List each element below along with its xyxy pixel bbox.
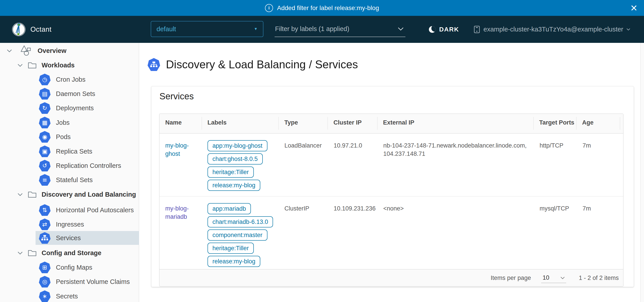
label-pill[interactable]: release:my-blog <box>208 180 260 191</box>
column-header-external-ip: External IP <box>377 114 533 133</box>
column-header-type: Type <box>278 114 328 133</box>
page-size-select[interactable]: 10 <box>541 273 566 283</box>
theme-toggle-button[interactable]: DARK <box>429 16 459 43</box>
sidebar-item-label: Jobs <box>56 119 70 126</box>
caret-down-icon[interactable] <box>7 49 12 52</box>
label-pill[interactable]: app:my-blog-ghost <box>208 140 268 151</box>
sidebar-group-config-and-storage[interactable]: Config and Storage <box>0 246 156 260</box>
caret-down-icon[interactable] <box>18 251 23 255</box>
sidebar-item-label: Services <box>56 234 81 242</box>
folder-icon <box>28 191 37 198</box>
type-cell: LoadBalancer <box>278 134 328 196</box>
deployments-icon: ↻ <box>39 102 50 114</box>
sidebar-item-label: Pods <box>56 133 71 141</box>
sidebar-group-discovery-and-load-balancing[interactable]: Discovery and Load Balancing <box>0 187 156 202</box>
info-banner: i Added filter for label release:my-blog… <box>0 0 644 16</box>
sidebar-item-label: Ingresses <box>56 221 84 228</box>
page-size-value: 10 <box>542 274 549 281</box>
pagination-range: 1 - 2 of 2 items <box>579 275 619 282</box>
labels-cell: app:my-blog-ghost chart:ghost-8.0.5 heri… <box>202 134 278 196</box>
daemon-sets-icon: ▤ <box>39 88 50 100</box>
column-header-target-ports: Target Ports <box>533 114 576 133</box>
app-header: Octant default ▼ Filter by labels (1 app… <box>0 16 644 43</box>
items-per-page-label: Items per page <box>490 275 531 282</box>
sidebar-group-label: Discovery and Load Balancing <box>42 191 136 198</box>
table-header-row: Name Labels Type Cluster IP External IP … <box>160 114 623 134</box>
config-maps-icon: ⊞ <box>39 262 50 273</box>
caret-down-icon[interactable] <box>18 193 23 196</box>
sidebar-item-label: Stateful Sets <box>56 176 92 184</box>
pods-icon: ◉ <box>39 131 50 143</box>
services-card: Services Name Labels Type Cluster IP Ext… <box>151 86 634 287</box>
sidebar-item-label: Overview <box>38 47 66 54</box>
external-ip-cell: nb-104-237-148-71.newark.nodebalancer.li… <box>378 134 534 196</box>
table-footer: Items per page 10 1 - 2 of 2 items <box>160 269 623 286</box>
cron-jobs-icon: ◷ <box>39 74 50 85</box>
label-pill[interactable]: heritage:Tiller <box>208 166 254 178</box>
close-icon[interactable]: × <box>630 3 637 13</box>
label-filter-text: Filter by labels (1 applied) <box>275 25 349 33</box>
cluster-name: example-cluster-ka3TuTzYo4a@example-clus… <box>484 26 623 33</box>
secrets-icon: ∗ <box>39 290 50 302</box>
app-title: Octant <box>30 16 52 43</box>
name-cell: my-blog-mariadb <box>160 196 202 269</box>
moon-icon <box>429 26 436 33</box>
label-pill[interactable]: chart:mariadb-6.13.0 <box>208 216 273 227</box>
navigation-sidebar: Overview Workloads ◷ Cron Jobs ▤ Daemon … <box>0 43 139 302</box>
sidebar-item-label: Config Maps <box>56 264 92 271</box>
type-cell: ClusterIP <box>278 196 328 269</box>
jobs-icon: ▦ <box>39 117 50 128</box>
sidebar-item-label: Horizontal Pod Autoscalers <box>56 206 134 214</box>
label-filter-dropdown[interactable]: Filter by labels (1 applied) <box>274 21 406 37</box>
sidebar-group-label: Config and Storage <box>42 249 101 257</box>
sidebar-group-label: Workloads <box>42 62 75 69</box>
card-title: Services <box>160 91 194 101</box>
table-row: my-blog-mariadb app:mariadb chart:mariad… <box>160 196 623 269</box>
cluster-ip-cell: 10.97.21.0 <box>328 134 378 196</box>
name-cell: my-blog-ghost <box>160 134 202 196</box>
target-ports-cell: http/TCP <box>534 134 577 196</box>
label-pill[interactable]: app:mariadb <box>208 203 251 214</box>
services-icon <box>148 58 160 71</box>
target-ports-cell: mysql/TCP <box>534 196 577 269</box>
namespace-value: default <box>156 25 176 33</box>
label-pill[interactable]: release:my-blog <box>208 256 260 267</box>
sidebar-item-label: Cron Jobs <box>56 76 86 83</box>
age-cell: 7m <box>577 134 620 196</box>
octant-logo <box>12 22 26 37</box>
caret-down-icon[interactable] <box>18 63 23 67</box>
persistent-volume-claims-icon: ◎ <box>39 276 50 288</box>
main-content: Discovery & Load Balancing / Services Se… <box>139 43 644 302</box>
caret-down-icon: ▼ <box>254 27 258 31</box>
external-ip-cell: <none> <box>378 196 534 269</box>
label-pill[interactable]: heritage:Tiller <box>208 243 254 254</box>
age-cell: 7m <box>577 196 620 269</box>
cluster-selector[interactable]: example-cluster-ka3TuTzYo4a@example-clus… <box>474 16 630 43</box>
labels-cell: app:mariadb chart:mariadb-6.13.0 compone… <box>202 196 278 269</box>
column-header-age: Age <box>576 114 620 133</box>
services-table: Name Labels Type Cluster IP External IP … <box>159 114 624 287</box>
banner-message: Added filter for label release:my-blog <box>277 4 379 12</box>
overview-icon <box>20 45 33 56</box>
horizontal-pod-autoscalers-icon: ⇅ <box>39 204 50 216</box>
services-icon <box>39 232 50 244</box>
namespace-dropdown[interactable]: default ▼ <box>151 21 264 37</box>
label-pill[interactable]: chart:ghost-8.0.5 <box>208 153 263 164</box>
scrollbar[interactable] <box>640 43 644 302</box>
sidebar-group-workloads[interactable]: Workloads <box>0 58 156 72</box>
replica-sets-icon: ▣ <box>39 146 50 157</box>
column-header-labels: Labels <box>202 114 278 133</box>
folder-icon <box>28 249 37 257</box>
info-icon: i <box>265 4 273 12</box>
table-row: my-blog-ghost app:my-blog-ghost chart:gh… <box>160 134 623 196</box>
column-header-name: Name <box>160 114 202 133</box>
chevron-down-icon <box>626 28 630 31</box>
sidebar-item-label: Secrets <box>56 293 78 300</box>
cluster-ip-cell: 10.109.231.236 <box>328 196 378 269</box>
sidebar-item-overview[interactable]: Overview <box>0 43 146 58</box>
label-pill[interactable]: component:master <box>208 229 268 241</box>
column-header-cluster-ip: Cluster IP <box>328 114 377 133</box>
sidebar-item-label: Replication Controllers <box>56 162 121 169</box>
service-link[interactable]: my-blog-mariadb <box>165 205 189 220</box>
service-link[interactable]: my-blog-ghost <box>165 142 189 157</box>
